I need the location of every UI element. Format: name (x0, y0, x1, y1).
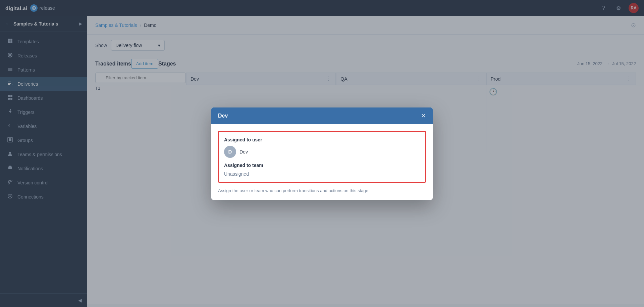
assigned-user-name: Dev (239, 149, 248, 155)
assigned-user-avatar: D (224, 146, 236, 158)
modal-title: Dev (218, 113, 228, 119)
modal-hint: Assign the user or team who can perform … (218, 188, 426, 193)
modal-overlay: Dev ✕ Assigned to user D Dev Assigned to… (0, 0, 644, 307)
unassigned-text: Unassigned (224, 171, 420, 177)
assigned-to-team-label: Assigned to team (224, 163, 420, 168)
modal-header: Dev ✕ (211, 107, 433, 124)
modal: Dev ✕ Assigned to user D Dev Assigned to… (211, 107, 433, 200)
assignment-box: Assigned to user D Dev Assigned to team … (218, 131, 426, 183)
assigned-to-user-label: Assigned to user (224, 137, 420, 142)
assigned-user-row: D Dev (224, 146, 420, 158)
modal-body: Assigned to user D Dev Assigned to team … (211, 124, 433, 200)
assign-team-section: Assigned to team Unassigned (224, 163, 420, 177)
modal-close-button[interactable]: ✕ (421, 112, 426, 120)
